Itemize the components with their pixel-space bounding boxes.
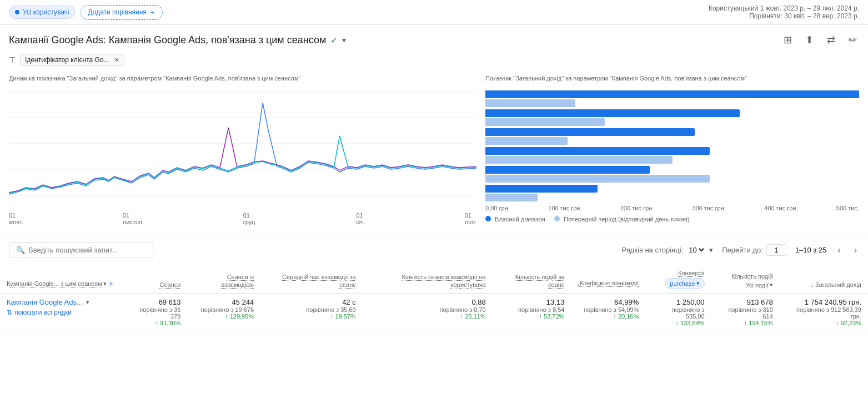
sc-change: ↑ 25,11% bbox=[369, 313, 486, 320]
compare-icon-button[interactable]: ⇄ bbox=[825, 32, 837, 48]
all-events-button[interactable]: Усі події ▾ bbox=[746, 281, 773, 289]
campaign-link[interactable]: Кампанія Google Ads... bbox=[7, 298, 83, 306]
table-controls: Рядків на сторінці: 10 25 50 ▾ Перейти д… bbox=[621, 244, 859, 256]
rows-chevron-icon: ▾ bbox=[709, 246, 713, 254]
share-icon-button[interactable]: ⬆ bbox=[803, 32, 816, 48]
campaign-header-label: Кампанія Google... з цим сеансом bbox=[7, 280, 102, 287]
td-sessions: 69 613 порівняно з 36 378 ↑ 91,36% bbox=[122, 294, 187, 331]
bar-chart-container: Показник "Загальний дохід" за параметром… bbox=[485, 75, 859, 230]
page-header: Кампанії Google Ads: Кампанія Google Ads… bbox=[0, 25, 868, 52]
prev-page-button[interactable]: ‹ bbox=[835, 244, 842, 256]
filter-label: Ідентифікатор клієнта Go... bbox=[25, 56, 109, 64]
title-chevron-icon[interactable]: ▾ bbox=[342, 36, 346, 44]
title-check-icon: ✓ bbox=[330, 35, 338, 46]
campaign-cell: Кампанія Google Ads... ▾ bbox=[7, 298, 116, 306]
page-actions: ⊞ ⬆ ⇄ ✏ bbox=[781, 32, 859, 48]
bar-x-3: 300 тис.грн. bbox=[692, 205, 725, 211]
bar-primary-3 bbox=[485, 147, 710, 155]
next-page-button[interactable]: › bbox=[852, 244, 859, 256]
x-label-2: 01груд. bbox=[243, 212, 257, 225]
table-row: Кампанія Google Ads... ▾ ⇅ показати всі … bbox=[0, 294, 868, 331]
conv-value: 1 250,00 bbox=[652, 298, 704, 306]
event-qty-header-label: Кількість подій bbox=[731, 272, 772, 280]
bar-wrap-2 bbox=[485, 128, 859, 145]
swi-value: 45 244 bbox=[194, 298, 254, 306]
search-box[interactable]: 🔍 bbox=[9, 242, 153, 258]
interaction-rate-label: Коефіцієнт взаємодії bbox=[580, 279, 639, 287]
grid-icon-button[interactable]: ⊞ bbox=[781, 32, 794, 48]
bar-secondary-3 bbox=[485, 156, 672, 164]
swi-change: ↑ 129,95% bbox=[194, 313, 254, 320]
sc-value: 0,88 bbox=[369, 298, 486, 306]
goto-label: Перейти до: bbox=[722, 246, 763, 254]
ir-value: 64,99% bbox=[578, 298, 639, 306]
at-change: ↑ 19,57% bbox=[267, 313, 356, 320]
sessions-header-btn[interactable]: Сеанси bbox=[159, 281, 180, 289]
chart-legend: Власний діапазон Попередній період (відп… bbox=[485, 216, 859, 223]
goto-control: Перейти до: bbox=[722, 244, 786, 256]
bar-wrap-4 bbox=[485, 166, 859, 183]
td-conversions: 1 250,00 порівняно з 535,00 ↑ 133,64% bbox=[645, 294, 711, 331]
th-total-revenue: ↓ Загальний дохід bbox=[780, 265, 868, 294]
search-icon: 🔍 bbox=[16, 246, 25, 254]
add-compare-label: Додати порівняння bbox=[88, 8, 146, 16]
campaign-chevron-icon: ▾ bbox=[86, 299, 89, 306]
show-all-label: показати всі рядки bbox=[14, 309, 72, 316]
tr-change: ↑ 92,23% bbox=[786, 320, 861, 326]
sessions-interaction-header-btn[interactable]: Сеанси із взаємодією bbox=[194, 273, 254, 289]
ir-change: ↑ 20,16% bbox=[578, 313, 639, 320]
bar-wrap-5 bbox=[485, 185, 859, 201]
conversion-type-button[interactable]: purchase ▾ bbox=[665, 278, 704, 289]
total-revenue-header-btn[interactable]: ↓ Загальний дохід bbox=[810, 281, 861, 289]
bar-secondary-5 bbox=[485, 194, 538, 201]
event-count-label: Кількість подій за сеанс bbox=[499, 273, 565, 289]
bar-row-4 bbox=[485, 166, 859, 183]
avg-time-header-btn[interactable]: Середній час взаємодії за сеанс bbox=[267, 273, 356, 289]
event-count-header-btn[interactable]: Кількість подій за сеанс bbox=[499, 273, 565, 289]
segment-pill[interactable]: Усі користувачі bbox=[9, 6, 75, 19]
edit-icon-button[interactable]: ✏ bbox=[846, 32, 859, 48]
x-axis-labels: 01жовт. 01листоп. 01груд. 01січ. 01лют. bbox=[9, 210, 476, 228]
campaign-header-btn[interactable]: Кампанія Google... з цим сеансом ▾ bbox=[7, 280, 107, 287]
interaction-rate-header-btn[interactable]: Коефіцієнт взаємодії bbox=[580, 279, 639, 287]
filter-bar: ⊤ Ідентифікатор клієнта Go... ✕ bbox=[0, 52, 868, 70]
rows-control: Рядків на сторінці: 10 25 50 ▾ bbox=[621, 245, 713, 255]
bar-row-1 bbox=[485, 109, 859, 126]
legend-prev-dot bbox=[554, 216, 560, 221]
line-chart-title: Динаміка показника "Загальний дохід" за … bbox=[9, 75, 476, 82]
legend-own: Власний діапазон bbox=[485, 216, 545, 223]
top-bar-left: Усі користувачі Додати порівняння ＋ bbox=[9, 5, 163, 20]
filter-icon: ⊤ bbox=[9, 55, 16, 64]
th-campaign: Кампанія Google... з цим сеансом ▾ + bbox=[0, 265, 122, 294]
th-event-qty: Кількість подій Усі події ▾ bbox=[711, 265, 780, 294]
filter-remove-icon[interactable]: ✕ bbox=[114, 56, 119, 64]
tr-value: 1 754 240,95 грн. bbox=[786, 298, 861, 306]
bar-wrap-0 bbox=[485, 90, 859, 107]
filter-chip[interactable]: Ідентифікатор клієнта Go... ✕ bbox=[20, 54, 124, 66]
sort-down-icon: ↓ bbox=[576, 280, 580, 289]
line-chart-svg bbox=[9, 86, 476, 208]
eq-change: ↑ 194,15% bbox=[718, 320, 773, 326]
bar-chart-area: 0,00 грн. 100 тис.грн. 200 тис.грн. 300 … bbox=[485, 86, 859, 219]
rows-select[interactable]: 10 25 50 bbox=[686, 245, 706, 255]
sessions-change: ↑ 91,36% bbox=[129, 320, 180, 326]
eq-compare: порівняно з 310 614 bbox=[718, 306, 773, 320]
add-compare-button[interactable]: Додати порівняння ＋ bbox=[81, 5, 162, 20]
td-event-qty: 913 678 порівняно з 310 614 ↑ 194,15% bbox=[711, 294, 780, 331]
goto-input[interactable] bbox=[766, 244, 786, 256]
legend-own-label: Власний діапазон bbox=[495, 216, 545, 223]
campaign-add-icon[interactable]: + bbox=[109, 279, 113, 289]
legend-prev: Попередній період (відповідний день тижн… bbox=[554, 216, 689, 223]
td-total-revenue: 1 754 240,95 грн. порівняно з 912 563,39… bbox=[780, 294, 868, 331]
session-count-header-btn[interactable]: Кількість сеансів взаємодії на користува… bbox=[369, 273, 486, 289]
bar-row-2 bbox=[485, 128, 859, 145]
bar-x-0: 0,00 грн. bbox=[485, 205, 510, 211]
eq-value: 913 678 bbox=[718, 298, 773, 306]
td-avg-time: 42 с порівняно з 35,69 ↑ 19,57% bbox=[260, 294, 363, 331]
search-input[interactable] bbox=[28, 246, 139, 254]
show-all-rows-link[interactable]: ⇅ показати всі рядки bbox=[7, 309, 116, 316]
pagination-info: 1–10 з 25 bbox=[795, 246, 827, 254]
bar-x-4: 400 тис.грн. bbox=[764, 205, 797, 211]
bar-primary-1 bbox=[485, 109, 740, 117]
session-count-label: Кількість сеансів взаємодії на користува… bbox=[369, 273, 486, 289]
